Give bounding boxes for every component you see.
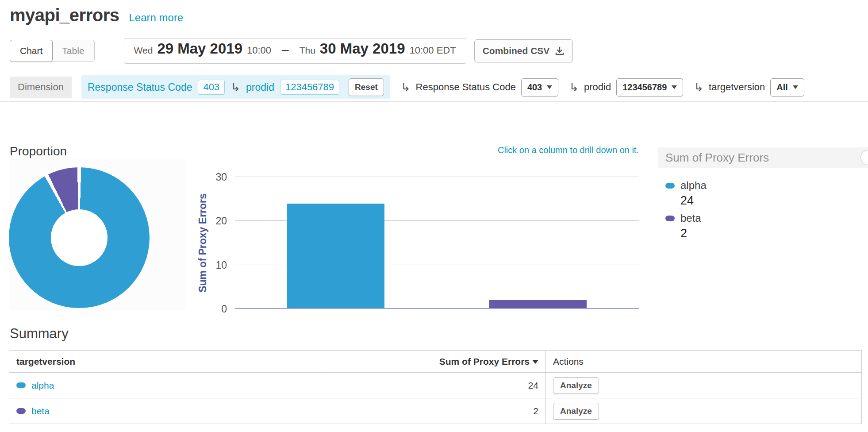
analyze-button-alpha[interactable]: Analyze — [553, 377, 599, 394]
column-header-targetversion: targetversion — [9, 351, 324, 373]
chart-tab[interactable]: Chart — [10, 40, 53, 62]
date-end-date: 30 May 2019 — [320, 40, 405, 57]
targetversion-select[interactable]: All — [770, 78, 804, 96]
drill-arrow-icon: ↳ — [401, 81, 411, 93]
response-status-code-select[interactable]: 403 — [521, 78, 558, 96]
date-range-dash: – — [282, 42, 289, 57]
column-header-actions: Actions — [546, 351, 862, 373]
drill-arrow-icon: ↳ — [230, 81, 240, 93]
breadcrumb-value-prodid[interactable]: 123456789 — [280, 80, 339, 95]
dimension-label: Dimension — [10, 77, 72, 98]
date-start-dow: Wed — [134, 45, 153, 56]
caret-down-icon — [672, 85, 677, 89]
legend-label-beta: beta — [680, 212, 701, 224]
breadcrumb-prodid[interactable]: prodid — [246, 81, 274, 93]
drill-arrow-icon: ↳ — [569, 81, 579, 93]
row-value-beta: 2 — [324, 398, 546, 424]
dropdown-group-prodid: ↳ prodid 123456789 — [569, 78, 683, 96]
prodid-select[interactable]: 123456789 — [616, 78, 683, 96]
dropdown-label-prodid: prodid — [584, 81, 611, 93]
legend-collapse-button[interactable] — [860, 150, 868, 165]
beta-swatch — [665, 216, 675, 221]
dropdown-group-targetversion: ↳ targetversion All — [694, 78, 804, 96]
legend-items: alpha 24 beta 2 — [658, 168, 868, 240]
legend-title: Sum of Proxy Errors — [665, 151, 769, 165]
toolbar: Chart Table Wed 29 May 2019 10:00 – Thu … — [10, 38, 573, 64]
drill-arrow-icon: ↳ — [694, 81, 703, 93]
date-end-time: 10:00 EDT — [410, 45, 456, 56]
alpha-swatch — [665, 183, 675, 189]
download-icon — [555, 46, 565, 56]
alpha-swatch — [16, 382, 26, 388]
drilldown-hint[interactable]: Click on a column to drill down on it. — [235, 145, 639, 155]
legend-header: Sum of Proxy Errors — [658, 147, 868, 168]
dropdown-label-response-status-code: Response Status Code — [416, 81, 516, 93]
page-header: myapi_errors Learn more — [10, 5, 183, 25]
combined-csv-button[interactable]: Combined CSV — [474, 39, 573, 62]
row-link-beta[interactable]: beta — [16, 406, 317, 417]
legend-label-alpha: alpha — [680, 179, 707, 192]
date-range-picker[interactable]: Wed 29 May 2019 10:00 – Thu 30 May 2019 … — [124, 38, 466, 64]
date-start-time: 10:00 — [247, 45, 271, 56]
dropdown-group-response-status-code: ↳ Response Status Code 403 — [401, 78, 558, 96]
analyze-button-beta[interactable]: Analyze — [553, 403, 599, 420]
column-header-sum-proxy-errors[interactable]: Sum of Proxy Errors — [324, 351, 546, 373]
y-tick-label: 20 — [215, 215, 227, 227]
breadcrumb-value-403[interactable]: 403 — [198, 80, 225, 95]
view-toggle: Chart Table — [10, 40, 95, 62]
summary-header-row: targetversion Sum of Proxy Errors Action… — [9, 351, 862, 373]
breadcrumb-response-status-code[interactable]: Response Status Code — [88, 81, 192, 93]
date-start-date: 29 May 2019 — [157, 40, 242, 57]
beta-swatch — [16, 408, 26, 414]
gridline — [235, 177, 639, 177]
page-title: myapi_errors — [10, 5, 119, 25]
legend-panel: Sum of Proxy Errors alpha 24 beta 2 — [658, 147, 868, 244]
y-tick-label: 30 — [215, 171, 227, 183]
table-tab[interactable]: Table — [52, 40, 94, 62]
bar-chart-plot: 0102030 — [235, 177, 639, 309]
caret-down-icon — [793, 85, 798, 89]
prodid-value: 123456789 — [622, 82, 667, 93]
table-row-alpha: alpha 24 Analyze — [9, 373, 862, 398]
donut-chart[interactable] — [9, 167, 150, 308]
drilldown-breadcrumb: Response Status Code 403 ↳ prodid 123456… — [81, 75, 390, 99]
sort-desc-icon — [532, 360, 538, 364]
table-row-beta: beta 2 Analyze — [9, 398, 862, 424]
y-tick-label: 10 — [215, 259, 227, 271]
csv-button-label: Combined CSV — [483, 46, 550, 56]
y-tick-label: 0 — [221, 303, 227, 315]
row-value-alpha: 24 — [324, 373, 546, 398]
summary-title: Summary — [10, 326, 69, 342]
proportion-title: Proportion — [10, 144, 67, 158]
bar-alpha[interactable] — [287, 204, 384, 309]
reset-button[interactable]: Reset — [349, 78, 384, 96]
legend-value-alpha: 24 — [680, 194, 868, 208]
date-end-dow: Thu — [300, 45, 315, 56]
learn-more-link[interactable]: Learn more — [129, 12, 183, 24]
legend-item-beta[interactable]: beta — [665, 212, 868, 224]
summary-table: targetversion Sum of Proxy Errors Action… — [9, 350, 862, 424]
row-link-alpha[interactable]: alpha — [16, 380, 317, 391]
caret-down-icon — [547, 85, 552, 89]
filter-divider — [0, 101, 868, 102]
x-axis-baseline — [235, 308, 639, 309]
proportion-chart-card — [9, 159, 186, 310]
filter-bar: Dimension Response Status Code 403 ↳ pro… — [10, 75, 804, 99]
response-status-code-value: 403 — [527, 82, 542, 93]
y-axis-label: Sum of Proxy Errors — [197, 193, 209, 293]
legend-item-alpha[interactable]: alpha — [665, 179, 868, 192]
dropdown-label-targetversion: targetversion — [709, 81, 765, 93]
legend-value-beta: 2 — [680, 227, 868, 240]
targetversion-value: All — [776, 82, 788, 93]
